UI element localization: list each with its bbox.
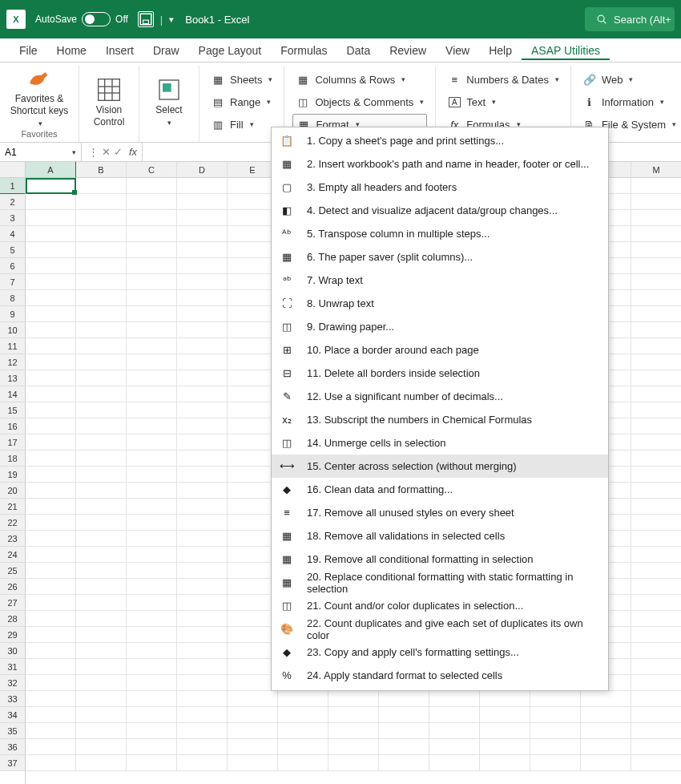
column-header[interactable]: D [177,162,228,178]
row-header[interactable]: 16 [0,418,25,434]
objects-comments-button[interactable]: ◫Objects & Comments▾ [292,91,427,112]
tab-help[interactable]: Help [479,41,522,60]
autosave-toggle[interactable]: AutoSave Off [35,12,128,26]
fill-button[interactable]: ▥Fill▾ [208,114,276,135]
row-header[interactable]: 34 [0,707,25,723]
menu-item-7[interactable]: ᵃᵇ7. Wrap text [272,269,608,292]
menu-item-13[interactable]: x₂13. Subscript the numbers in Chemical … [272,408,608,431]
menu-item-12[interactable]: ✎12. Use a significant number of decimal… [272,385,608,408]
menu-item-9[interactable]: ◫9. Drawing paper... [272,315,608,338]
row-header[interactable]: 25 [0,563,25,579]
tab-draw[interactable]: Draw [143,41,189,60]
menu-item-22[interactable]: 🎨22. Count duplicates and give each set … [272,617,608,641]
column-header[interactable]: A [26,162,76,178]
row-header[interactable]: 26 [0,579,25,595]
menu-item-19[interactable]: ▦19. Remove all conditional formatting i… [272,548,608,571]
row-header[interactable]: 37 [0,755,25,771]
tab-formulas[interactable]: Formulas [271,41,336,60]
menu-item-16[interactable]: ◆16. Clean data and formatting... [272,478,608,501]
menu-item-17[interactable]: ≡17. Remove all unused styles on every s… [272,501,608,524]
row-header[interactable]: 2 [0,194,25,210]
row-header[interactable]: 29 [0,627,25,643]
row-header[interactable]: 8 [0,290,25,306]
fx-icon[interactable]: fx [129,146,142,158]
menu-item-1[interactable]: 📋1. Copy a sheet's page and print settin… [272,129,608,152]
tab-asap-utilities[interactable]: ASAP Utilities [522,41,610,60]
tab-page-layout[interactable]: Page Layout [189,41,272,60]
row-header[interactable]: 9 [0,306,25,322]
menu-item-10[interactable]: ⊞10. Place a border around each page [272,338,608,362]
row-header[interactable]: 20 [0,483,25,499]
tab-data[interactable]: Data [337,41,381,60]
menu-item-15[interactable]: ⟷15. Center across selection (without me… [272,455,608,478]
row-header[interactable]: 10 [0,322,25,338]
row-header[interactable]: 15 [0,402,25,418]
row-header[interactable]: 27 [0,595,25,611]
sheets-button[interactable]: ▦Sheets▾ [208,69,276,90]
menu-item-24[interactable]: %24. Apply standard format to selected c… [272,664,608,687]
tab-home[interactable]: Home [47,41,96,60]
row-header[interactable]: 19 [0,467,25,483]
qat-customize-button[interactable]: ▾ [169,14,174,25]
menu-item-2[interactable]: ▦2. Insert workbook's path and name in h… [272,152,608,176]
menu-item-4[interactable]: ◧4. Detect and visualize adjacent data/g… [272,199,608,222]
web-button[interactable]: 🔗Web▾ [579,69,679,90]
name-box[interactable]: A1 ▾ [0,143,82,161]
column-header[interactable]: B [76,162,127,178]
row-header[interactable]: 4 [0,226,25,242]
save-button[interactable] [138,11,154,27]
cancel-icon[interactable]: ✕ [102,146,111,158]
menu-item-8[interactable]: ⛶8. Unwrap text [272,292,608,315]
menu-item-3[interactable]: ▢3. Empty all headers and footers [272,176,608,199]
row-header[interactable]: 35 [0,723,25,739]
menu-item-20[interactable]: ▦20. Replace conditional formatting with… [272,571,608,594]
row-header[interactable]: 36 [0,739,25,755]
row-header[interactable]: 33 [0,691,25,707]
row-header[interactable]: 23 [0,531,25,547]
column-header[interactable]: C [127,162,177,178]
row-header[interactable]: 3 [0,210,25,226]
row-header[interactable]: 1 [0,178,25,194]
select-all-cell[interactable] [0,162,25,178]
row-header[interactable]: 5 [0,242,25,258]
menu-item-5[interactable]: ᴬᵇ5. Transpose column in multiple steps.… [272,222,608,245]
row-header[interactable]: 28 [0,611,25,627]
menu-item-6[interactable]: ▦6. The paper saver (split columns)... [272,245,608,269]
row-header[interactable]: 12 [0,354,25,370]
numbers-dates-button[interactable]: ≡Numbers & Dates▾ [444,69,562,90]
row-header[interactable]: 24 [0,547,25,563]
columns-rows-button[interactable]: ▦Columns & Rows▾ [292,69,427,90]
tab-file[interactable]: File [10,41,47,60]
menu-item-14[interactable]: ◫14. Unmerge cells in selection [272,431,608,455]
vision-control-button[interactable]: Vision Control [87,67,131,139]
row-header[interactable]: 17 [0,434,25,451]
select-label: Select▾ [155,104,182,128]
tab-review[interactable]: Review [380,41,436,60]
row-header[interactable]: 14 [0,386,25,402]
menu-item-23[interactable]: ◆23. Copy and apply cell's formatting se… [272,641,608,664]
row-header[interactable]: 11 [0,338,25,354]
information-button[interactable]: ℹInformation▾ [579,91,679,112]
range-button[interactable]: ▤Range▾ [208,91,276,112]
row-header[interactable]: 13 [0,370,25,386]
menu-item-11[interactable]: ⊟11. Delete all borders inside selection [272,362,608,385]
row-header[interactable]: 31 [0,659,25,675]
tab-insert[interactable]: Insert [96,41,143,60]
menu-item-18[interactable]: ▦18. Remove all validations in selected … [272,524,608,548]
menu-item-21[interactable]: ◫21. Count and/or color duplicates in se… [272,594,608,617]
dots-icon[interactable]: ⋮ [88,146,99,158]
confirm-icon[interactable]: ✓ [114,146,123,158]
text-button[interactable]: AText▾ [444,91,562,112]
row-header[interactable]: 21 [0,499,25,515]
tab-view[interactable]: View [436,41,479,60]
column-header[interactable]: M [631,162,681,178]
row-header[interactable]: 32 [0,675,25,691]
row-header[interactable]: 6 [0,258,25,274]
select-button[interactable]: Select▾ [147,67,191,139]
search-input[interactable]: Search (Alt+ [585,7,675,31]
row-header[interactable]: 7 [0,274,25,290]
row-header[interactable]: 30 [0,643,25,659]
row-header[interactable]: 18 [0,451,25,467]
favorites-button[interactable]: Favorites & Shortcut keys ▾ [8,67,71,129]
row-header[interactable]: 22 [0,515,25,531]
